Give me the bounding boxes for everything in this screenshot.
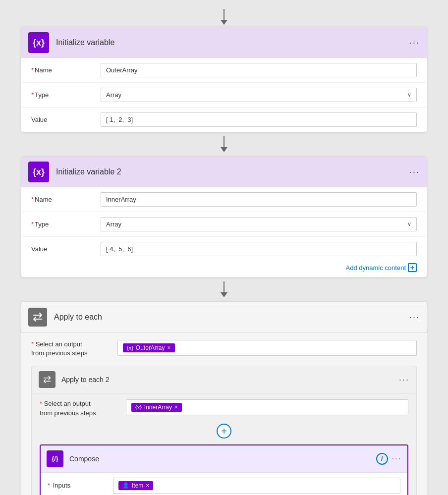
item-tag-close[interactable]: × (146, 482, 149, 489)
arrow-line (224, 136, 224, 147)
loop2-icon (39, 371, 56, 388)
arrow-line (224, 281, 224, 292)
compose-menu[interactable]: ··· (392, 454, 401, 463)
loop2-title: Apply to each 2 (56, 376, 399, 384)
card2-value-row: Value (21, 236, 427, 261)
card2-menu[interactable]: ··· (409, 167, 420, 176)
compose-card: {/} Compose i ··· * (40, 444, 408, 495)
card2-type-row: *Type Array ∨ (21, 212, 427, 236)
card1-name-row: *Name (21, 58, 427, 82)
person-icon: 👤 (122, 482, 129, 489)
inner-array-tag-close[interactable]: × (174, 404, 178, 411)
compose-inputs-field[interactable]: 👤 Item × (113, 478, 400, 494)
info-button[interactable]: i (376, 453, 388, 465)
loop2-header: Apply to each 2 ··· (32, 366, 416, 393)
compose-title: Compose (63, 455, 376, 463)
loop1-tag-input[interactable]: {x} OuterArray × (117, 340, 417, 356)
add-dynamic-content-link[interactable]: Add dynamic content + (346, 263, 417, 272)
arrow-head (221, 147, 227, 152)
compose-header: {/} Compose i ··· (41, 445, 407, 473)
card1-value-input[interactable] (101, 112, 417, 127)
card1-name-input[interactable] (101, 63, 417, 77)
card2-value-label: Value (31, 245, 101, 253)
arrow-connector-2 (221, 277, 227, 301)
inner-array-tag: {x} InnerArray × (131, 403, 182, 412)
compose-body: * Inputs 👤 Item × (41, 473, 407, 495)
loop2-select-output-row: * Select an outputfrom previous steps {x… (40, 399, 408, 417)
loop2-menu[interactable]: ··· (399, 375, 409, 385)
card1-type-row: *Type Array ∨ (21, 82, 427, 107)
card2-name-row: *Name (21, 187, 427, 212)
card2-header: {x} Initialize variable 2 ··· (21, 157, 427, 187)
add-action-row: + (40, 418, 408, 444)
card2-title: Initialize variable 2 (49, 167, 409, 176)
top-arrow-connector (221, 5, 227, 27)
card2-value-input[interactable] (101, 242, 417, 256)
dynamic-content-plus-icon: + (408, 263, 417, 272)
loop1-title: Apply to each (47, 313, 409, 322)
initialize-variable-2-card: {x} Initialize variable 2 ··· *Name *Typ… (21, 156, 427, 277)
card1-title: Initialize variable (49, 38, 409, 47)
outer-array-tag: {x} OuterArray × (123, 343, 175, 352)
loop1-icon (28, 308, 47, 327)
card1-icon: {x} (28, 32, 49, 53)
initialize-variable-card: {x} Initialize variable ··· *Name *Type … (21, 27, 427, 132)
loop2-tag-input[interactable]: {x} InnerArray × (126, 399, 408, 415)
loop2-select-label: * Select an outputfrom previous steps (40, 399, 119, 417)
card1-menu[interactable]: ··· (409, 38, 420, 47)
card2-name-input[interactable] (101, 192, 417, 207)
card2-icon: {x} (28, 162, 49, 182)
apply-to-each-2-card: Apply to each 2 ··· * Select an outputfr… (31, 366, 417, 495)
loop1-menu[interactable]: ··· (409, 312, 420, 323)
card2-body: *Name *Type Array ∨ Value (21, 187, 427, 277)
arrow-head (221, 20, 227, 25)
card1-value-row: Value (21, 107, 427, 132)
arrow-head (221, 292, 227, 297)
loop1-select-label: * Select an outputfrom previous steps (31, 340, 111, 358)
card1-type-label: *Type (31, 91, 101, 99)
add-action-button[interactable]: + (217, 424, 231, 439)
loop1-body: * Select an outputfrom previous steps {x… (21, 333, 427, 495)
variable-icon: {x} (127, 345, 133, 351)
card1-value-label: Value (31, 116, 101, 123)
item-tag: 👤 Item × (118, 481, 153, 490)
card1-body: *Name *Type Array ∨ Value (21, 58, 427, 132)
card2-type-label: *Type (31, 220, 101, 228)
apply-to-each-card: Apply to each ··· * Select an outputfrom… (21, 301, 427, 495)
card1-name-label: *Name (31, 66, 101, 74)
outer-array-tag-close[interactable]: × (168, 344, 171, 351)
chevron-down-icon: ∨ (407, 221, 411, 227)
variable-icon: {x} (135, 404, 142, 410)
card1-header: {x} Initialize variable ··· (21, 27, 427, 58)
chevron-down-icon: ∨ (407, 92, 411, 98)
dynamic-link-row: Add dynamic content + (21, 261, 427, 277)
card1-type-select[interactable]: Array ∨ (101, 88, 417, 102)
arrow-connector-1 (221, 132, 227, 156)
arrow-line (224, 9, 224, 20)
compose-inputs-row: * Inputs 👤 Item × (48, 478, 400, 494)
loop1-header: Apply to each ··· (21, 302, 427, 333)
compose-inputs-label: * Inputs (48, 482, 107, 489)
compose-icon: {/} (47, 450, 63, 467)
card2-type-select[interactable]: Array ∨ (101, 217, 417, 231)
canvas: {x} Initialize variable ··· *Name *Type … (0, 0, 448, 495)
loop2-body: * Select an outputfrom previous steps {x… (32, 393, 416, 495)
loop1-select-output-row: * Select an outputfrom previous steps {x… (31, 340, 417, 358)
card2-name-label: *Name (31, 196, 101, 203)
